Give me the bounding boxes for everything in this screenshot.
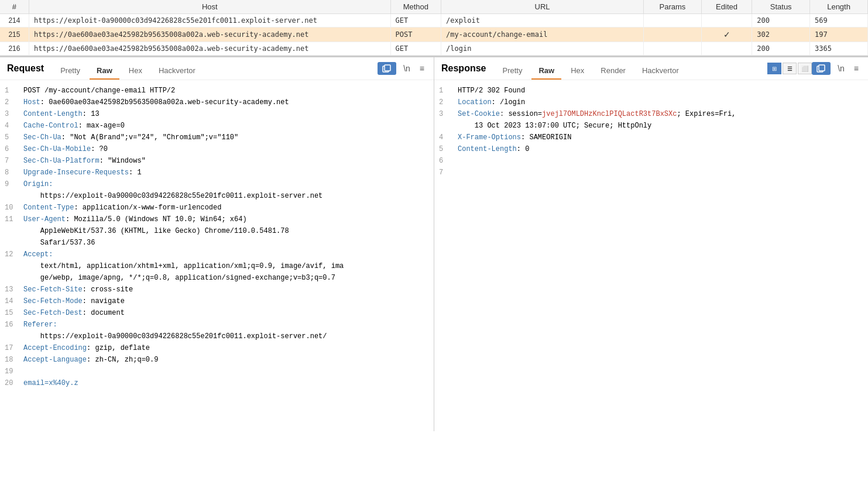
tab-request-hex[interactable]: Hex (122, 63, 149, 80)
code-line: 17Accept-Encoding: gzip, deflate (0, 342, 434, 354)
tab-response-pretty[interactable]: Pretty (495, 63, 529, 80)
line-number (5, 331, 19, 342)
line-content: Accept-Language: zh-CN, zh;q=0.9 (23, 355, 429, 365)
request-copy-button[interactable] (378, 62, 396, 75)
line-content: https://exploit-0a90000c03d94226828c55e2… (23, 191, 429, 201)
code-line: 7Sec-Ch-Ua-Platform: "Windows" (0, 155, 434, 167)
request-response-panels: Request Pretty Raw Hex Hackvertor \n ≡ 1… (0, 57, 868, 431)
table-cell-5 (701, 42, 752, 56)
tab-request-pretty[interactable]: Pretty (53, 63, 87, 80)
line-content: POST /my-account/change-email HTTP/2 (23, 85, 429, 96)
table-cell-6: 200 (752, 14, 810, 27)
line-content: https://exploit-0a90000c03d94226828c55e2… (23, 331, 429, 342)
table-row[interactable]: 215https://0ae600ae03ae425982b95635008a0… (0, 27, 868, 42)
response-copy-button[interactable] (812, 62, 831, 75)
request-toolbar: \n ≡ (378, 62, 427, 80)
request-menu-button[interactable]: ≡ (417, 63, 427, 74)
code-line: 13 Oct 2023 13:07:00 UTC; Secure; HttpOn… (434, 120, 868, 132)
code-line: 20email=x%40y.z (0, 377, 434, 389)
line-number: 18 (5, 355, 19, 365)
tab-request-hackvertor[interactable]: Hackvertor (152, 63, 203, 80)
response-panel-header: Response Pretty Raw Hex Render Hackverto… (434, 57, 868, 80)
line-content: Sec-Fetch-Site: cross-site (23, 284, 429, 295)
col-header-edited: Edited (701, 0, 752, 14)
col-header-status: Status (752, 0, 810, 14)
view-mode-list-button[interactable]: ☰ (783, 63, 797, 74)
line-content: Safari/537.36 (23, 238, 429, 248)
line-number: 16 (5, 319, 19, 330)
request-panel-header: Request Pretty Raw Hex Hackvertor \n ≡ (0, 57, 434, 80)
tab-response-render[interactable]: Render (593, 63, 633, 80)
col-header-length: Length (810, 0, 868, 14)
col-header-host: Host (29, 0, 390, 14)
line-number: 6 (5, 144, 19, 154)
line-content: Host: 0ae600ae03ae425982b95635008a002a.w… (23, 97, 429, 108)
tab-response-raw[interactable]: Raw (531, 63, 561, 80)
line-number: 7 (439, 167, 453, 178)
line-content: Origin: (23, 179, 429, 190)
col-header-method: Method (390, 0, 441, 14)
line-number (439, 121, 453, 131)
response-content: 1HTTP/2 302 Found2Location: /login3Set-C… (434, 80, 868, 431)
code-line: 6 (434, 155, 868, 167)
response-tabs: Pretty Raw Hex Render Hackvertor (495, 63, 767, 80)
table-row[interactable]: 216https://0ae600ae03ae425982b95635008a0… (0, 42, 868, 56)
table-cell-6: 302 (752, 27, 810, 42)
code-line: 13Sec-Fetch-Site: cross-site (0, 284, 434, 295)
table-cell-6: 200 (752, 42, 810, 56)
table-cell-4 (643, 27, 701, 42)
request-wrap-button[interactable]: \n (401, 63, 413, 74)
code-line: 10Content-Type: application/x-www-form-u… (0, 202, 434, 214)
code-line: ge/webp, image/apng, */*;q=0.8, applicat… (0, 272, 434, 284)
table-cell-4 (643, 42, 701, 56)
view-mode-buttons: ⊞ ☰ ⬜ (767, 63, 812, 79)
table-cell-3: /exploit (441, 14, 644, 27)
table-cell-2: GET (390, 42, 441, 56)
line-content: Sec-Ch-Ua-Platform: "Windows" (23, 156, 429, 166)
line-content: Content-Type: application/x-www-form-url… (23, 202, 429, 213)
table-cell-5 (701, 14, 752, 27)
code-line: text/html, application/xhtml+xml, applic… (0, 260, 434, 272)
line-number (5, 261, 19, 271)
response-wrap-button[interactable]: \n (835, 63, 847, 74)
table-cell-4 (643, 14, 701, 27)
request-table-section: # Host Method URL Params Edited Status L… (0, 0, 868, 57)
table-cell-5: ✓ (701, 27, 752, 42)
request-tabs: Pretty Raw Hex Hackvertor (53, 63, 378, 80)
col-header-num: # (0, 0, 29, 14)
code-line: 11User-Agent: Mozilla/5.0 (Windows NT 10… (0, 214, 434, 225)
line-content: email=x%40y.z (23, 378, 429, 388)
table-cell-1: https://0ae600ae03ae425982b95635008a002a… (29, 42, 390, 56)
table-cell-7: 569 (810, 14, 868, 27)
tab-response-hackvertor[interactable]: Hackvertor (635, 63, 686, 80)
line-number (5, 226, 19, 236)
tab-response-hex[interactable]: Hex (564, 63, 591, 80)
code-line: Safari/537.36 (0, 237, 434, 249)
line-number (5, 273, 19, 283)
line-number: 5 (439, 144, 453, 154)
view-mode-grid-button[interactable]: ⊞ (767, 63, 781, 74)
line-number: 6 (439, 156, 453, 166)
line-content: Sec-Ch-Ua-Mobile: ?0 (23, 144, 429, 154)
request-panel: Request Pretty Raw Hex Hackvertor \n ≡ 1… (0, 57, 434, 431)
line-content: AppleWebKit/537.36 (KHTML, like Gecko) C… (23, 226, 429, 236)
line-number: 4 (5, 121, 19, 131)
table-cell-0: 214 (0, 14, 29, 27)
line-number: 3 (5, 109, 19, 119)
table-cell-2: GET (390, 14, 441, 27)
response-panel: Response Pretty Raw Hex Render Hackverto… (434, 57, 868, 431)
line-content (23, 366, 429, 377)
table-cell-7: 3365 (810, 42, 868, 56)
code-line: 5Sec-Ch-Ua: "Not A(Brand";v="24", "Chrom… (0, 132, 434, 143)
line-number: 3 (439, 109, 453, 119)
table-cell-1: https://0ae600ae03ae425982b95635008a002a… (29, 27, 390, 42)
view-mode-text-button[interactable]: ⬜ (798, 63, 812, 74)
table-row[interactable]: 214https://exploit-0a90000c03d94226828c5… (0, 14, 868, 27)
line-content: Content-Length: 13 (23, 109, 429, 119)
line-number: 4 (439, 132, 453, 143)
response-menu-button[interactable]: ≡ (852, 63, 861, 74)
line-number: 7 (5, 156, 19, 166)
tab-request-raw[interactable]: Raw (90, 63, 119, 80)
code-line: 2Host: 0ae600ae03ae425982b95635008a002a.… (0, 97, 434, 108)
line-number: 12 (5, 249, 19, 260)
